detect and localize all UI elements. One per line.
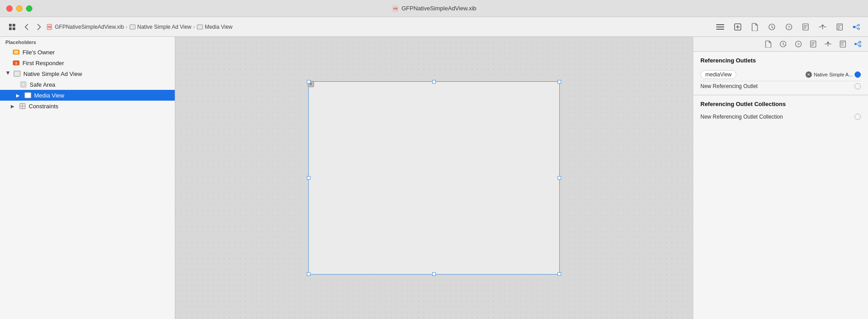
breadcrumb-xib-file[interactable]: XIB GFPNativeSimpleAdView.xib: [47, 24, 124, 30]
native-ad-view-label: Native Simple Ad View: [23, 71, 82, 77]
new-outlet-circle[interactable]: [855, 83, 861, 89]
sidebar-item-files-owner[interactable]: File's Owner: [0, 47, 175, 58]
xib-view-container[interactable]: ✕: [308, 81, 560, 275]
canvas-frame: ✕: [304, 77, 564, 279]
grid-view-button[interactable]: [5, 21, 19, 33]
identity-inspector-button[interactable]: [800, 22, 811, 32]
placeholders-header: Placeholders: [0, 37, 175, 47]
svg-rect-8: [130, 25, 135, 29]
referencing-outlets-title: Referencing Outlets: [700, 57, 861, 64]
file-inspector-rp-btn[interactable]: [763, 40, 774, 49]
files-owner-label: File's Owner: [22, 49, 55, 56]
handle-bottom-center[interactable]: [432, 272, 436, 276]
handle-top-left[interactable]: [307, 80, 310, 84]
svg-rect-55: [840, 41, 846, 47]
outlet-name-mediaview: mediaView: [700, 70, 736, 79]
connections-inspector-button[interactable]: [850, 22, 863, 32]
referencing-outlets-section: Referencing Outlets mediaView ✕ Native S…: [693, 52, 868, 95]
identity-rp-btn[interactable]: [808, 40, 819, 49]
breadcrumb-native-view[interactable]: Native Simple Ad View: [129, 24, 192, 30]
handle-bottom-right[interactable]: [558, 272, 561, 276]
constraints-expand-arrow: ▶: [11, 104, 16, 109]
svg-point-30: [858, 28, 859, 30]
outlet-dest-label: Native Simple A...: [814, 72, 853, 77]
svg-point-60: [859, 41, 861, 43]
outlet-connect-circle[interactable]: [855, 71, 861, 78]
breadcrumb-sep-1: ›: [126, 24, 128, 30]
media-view-expand-arrow: ▶: [16, 93, 22, 98]
breadcrumb: XIB GFPNativeSimpleAdView.xib › Native S…: [47, 24, 233, 30]
main-content: Placeholders File's Owner 1 First Respon…: [0, 37, 868, 319]
window-controls: [6, 5, 32, 12]
file-inspector-button[interactable]: [748, 21, 761, 33]
svg-point-59: [855, 43, 856, 45]
svg-line-31: [855, 25, 858, 27]
first-responder-label: First Responder: [22, 60, 64, 66]
svg-rect-10: [716, 24, 724, 25]
right-panel-toolbar: ?: [693, 37, 868, 52]
files-owner-icon: [13, 49, 20, 56]
forward-button[interactable]: [34, 22, 44, 32]
outlet-connection-mediaview: ✕ Native Simple A...: [806, 71, 861, 78]
svg-text:XIB: XIB: [393, 7, 398, 10]
handle-bottom-left[interactable]: [307, 272, 310, 276]
svg-line-63: [856, 44, 859, 46]
list-view-button[interactable]: [713, 22, 727, 32]
history-button[interactable]: [766, 22, 778, 32]
toolbar-left: XIB GFPNativeSimpleAdView.xib › Native S…: [5, 21, 710, 33]
svg-rect-35: [14, 51, 18, 53]
breadcrumb-media-label: Media View: [205, 24, 233, 30]
attributes-rp-btn[interactable]: [822, 40, 834, 48]
svg-rect-40: [22, 83, 25, 86]
handle-top-right[interactable]: [558, 80, 561, 84]
size-rp-btn[interactable]: [837, 40, 848, 49]
svg-text:?: ?: [788, 25, 790, 30]
maximize-button[interactable]: [26, 5, 32, 12]
window-title: XIB GFPNativeSimpleAdView.xib: [392, 5, 477, 12]
referencing-outlet-collections-section: Referencing Outlet Collections New Refer…: [693, 95, 868, 125]
svg-rect-11: [716, 27, 724, 27]
title-bar: XIB GFPNativeSimpleAdView.xib: [0, 0, 868, 17]
new-outlet-label: New Referencing Outlet: [700, 83, 757, 89]
sidebar-item-constraints[interactable]: ▶ Constraints: [0, 101, 175, 111]
breadcrumb-sep-2: ›: [193, 24, 195, 30]
history-rp-btn[interactable]: [777, 40, 789, 49]
svg-point-61: [859, 45, 861, 47]
size-inspector-button[interactable]: [834, 22, 846, 32]
new-outlet-collection-label: New Referencing Outlet Collection: [700, 114, 783, 120]
new-outlet-collection-circle[interactable]: [855, 114, 861, 120]
minimize-button[interactable]: [16, 5, 22, 12]
svg-line-32: [855, 27, 858, 28]
canvas-area[interactable]: ✕: [175, 37, 693, 319]
breadcrumb-native-label: Native Simple Ad View: [137, 24, 192, 30]
sidebar-item-native-ad-view[interactable]: ▶ Native Simple Ad View: [0, 68, 175, 79]
svg-rect-9: [197, 25, 203, 29]
add-object-button[interactable]: [731, 22, 744, 32]
handle-middle-left[interactable]: [307, 176, 310, 180]
help-rp-btn[interactable]: ?: [793, 40, 804, 49]
breadcrumb-xib-label: GFPNativeSimpleAdView.xib: [55, 24, 124, 30]
connections-rp-btn[interactable]: [852, 40, 864, 49]
attributes-inspector-button[interactable]: [816, 22, 829, 32]
handle-top-center[interactable]: [432, 80, 436, 84]
safe-area-label: Safe Area: [30, 81, 55, 88]
outlet-collection-row-new: New Referencing Outlet Collection: [700, 112, 861, 122]
outlet-row-new: New Referencing Outlet: [700, 81, 861, 91]
help-button[interactable]: ?: [783, 22, 795, 32]
native-ad-view-icon: [13, 70, 21, 77]
svg-rect-38: [14, 71, 20, 76]
media-view-label: Media View: [34, 92, 64, 99]
first-responder-icon: 1: [13, 59, 20, 66]
sidebar-item-media-view[interactable]: ▶ Media View: [0, 90, 175, 101]
outlet-disconnect-btn[interactable]: ✕: [806, 71, 812, 78]
svg-rect-4: [9, 27, 12, 30]
handle-middle-right[interactable]: [558, 176, 561, 180]
svg-line-62: [856, 43, 859, 44]
breadcrumb-media-view[interactable]: Media View: [197, 24, 233, 30]
media-view-icon: [24, 92, 31, 99]
sidebar-item-safe-area[interactable]: Safe Area: [0, 79, 175, 90]
sidebar-item-first-responder[interactable]: 1 First Responder: [0, 58, 175, 68]
close-button[interactable]: [6, 5, 13, 12]
back-button[interactable]: [22, 22, 31, 32]
referencing-outlet-collections-title: Referencing Outlet Collections: [700, 101, 861, 107]
